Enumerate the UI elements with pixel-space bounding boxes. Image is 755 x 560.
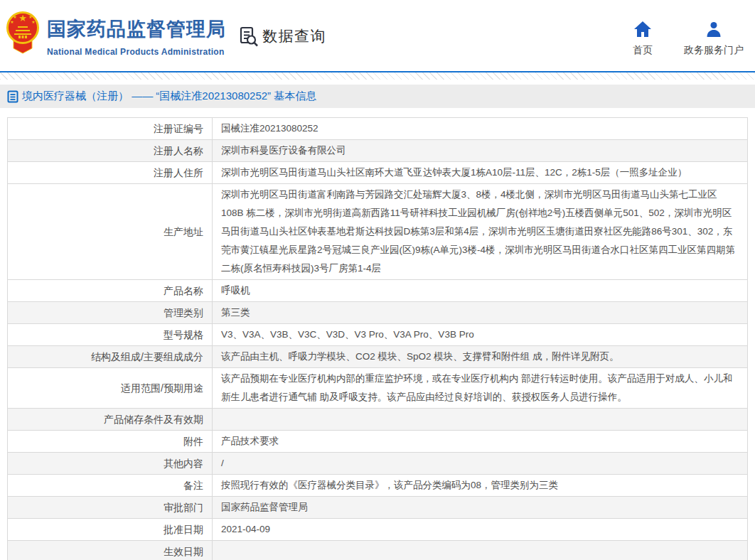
table-row: 注册人住所深圳市光明区马田街道马山头社区南环大道飞亚达钟表大厦1栋A10层-11… <box>8 162 748 184</box>
row-label: 注册人名称 <box>8 140 213 162</box>
row-value: 该产品预期在专业医疗机构内部的重症监护环境，或在专业医疗机构内 部进行转运时使用… <box>213 368 748 409</box>
row-label: 批准日期 <box>8 519 213 541</box>
table-row: 附件产品技术要求 <box>8 431 748 453</box>
row-value: 深圳市科曼医疗设备有限公司 <box>213 140 748 162</box>
row-value: 国械注准20213080252 <box>213 118 748 140</box>
nav-item-home[interactable]: 首页 <box>633 21 653 57</box>
nav-label-home: 首页 <box>633 44 653 57</box>
brand-block[interactable]: 国家药品监督管理局 National Medical Products Admi… <box>47 16 226 57</box>
table-row: 产品名称呼吸机 <box>8 280 748 302</box>
registration-info-table: 注册证编号国械注准20213080252注册人名称深圳市科曼医疗设备有限公司注册… <box>7 117 748 560</box>
row-label: 结构及组成/主要组成成分 <box>8 346 213 368</box>
row-label: 管理类别 <box>8 302 213 324</box>
row-label: 注册证编号 <box>8 118 213 140</box>
national-emblem-icon: ★ ★ ★ ★ ★ <box>6 9 40 57</box>
row-value: 按照现行有效的《医疗器械分类目录》，该产品分类编码为08，管理类别为三类 <box>213 475 748 497</box>
site-subtitle: National Medical Products Administration <box>47 47 226 57</box>
table-row: 适用范围/预期用途该产品预期在专业医疗机构内部的重症监护环境，或在专业医疗机构内… <box>8 368 748 409</box>
row-value: 该产品由主机、呼吸力学模块、CO2 模块、SpO2 模块、支撑臂和附件组 成，附… <box>213 346 748 368</box>
site-header: ★ ★ ★ ★ ★ 国家药品监督管理局 National Medical Pro… <box>0 0 755 71</box>
nav-item-gov-portal[interactable]: 政务服务门户 <box>684 21 744 57</box>
home-icon <box>633 21 652 38</box>
data-query-icon <box>237 25 260 48</box>
table-row: 其他内容/ <box>8 453 748 475</box>
data-query-label: 数据查询 <box>262 26 326 46</box>
row-label: 产品名称 <box>8 280 213 302</box>
row-value: 第三类 <box>213 302 748 324</box>
row-label: 型号规格 <box>8 324 213 346</box>
hatch-decoration <box>0 72 755 80</box>
row-label: 生产地址 <box>8 184 213 280</box>
breadcrumb-text: 境内医疗器械（注册） —— “国械注准20213080252” 基本信息 <box>22 90 316 103</box>
table-row: 管理类别第三类 <box>8 302 748 324</box>
row-value: 2021-04-09 <box>213 519 748 541</box>
row-value: 深圳市光明区马田街道马山头社区南环大道飞亚达钟表大厦1栋A10层-11层、12C… <box>213 162 748 184</box>
row-label: 审批部门 <box>8 497 213 519</box>
row-label: 附件 <box>8 431 213 453</box>
svg-text:★: ★ <box>18 13 27 23</box>
row-value: 呼吸机 <box>213 280 748 302</box>
row-label: 注册人住所 <box>8 162 213 184</box>
table-row: 注册证编号国械注准20213080252 <box>8 118 748 140</box>
row-label: 其他内容 <box>8 453 213 475</box>
table-row: 批准日期2021-04-09 <box>8 519 748 541</box>
table-row: 备注按照现行有效的《医疗器械分类目录》，该产品分类编码为08，管理类别为三类 <box>8 475 748 497</box>
table-row: 结构及组成/主要组成成分该产品由主机、呼吸力学模块、CO2 模块、SpO2 模块… <box>8 346 748 368</box>
site-title: 国家药品监督管理局 <box>47 16 226 42</box>
table-row: 生产地址深圳市光明区马田街道富利南路与芳园路交汇处瑞辉大厦3、8楼，4楼北侧，深… <box>8 184 748 280</box>
row-label: 产品储存条件及有效期 <box>8 409 213 431</box>
nav-label-gov-portal: 政务服务门户 <box>684 44 744 57</box>
svg-text:★: ★ <box>28 15 32 19</box>
top-nav: 首页 政务服务门户 <box>633 21 744 57</box>
table-row: 型号规格V3、V3A、V3B、V3C、V3D、V3 Pro、V3A Pro、V3… <box>8 324 748 346</box>
row-label: 备注 <box>8 475 213 497</box>
nmpa-logo[interactable]: ★ ★ ★ ★ ★ <box>6 9 40 57</box>
table-row: 注册人名称深圳市科曼医疗设备有限公司 <box>8 140 748 162</box>
row-label: 生效日期 <box>8 541 213 560</box>
table-row: 审批部门国家药品监督管理局 <box>8 497 748 519</box>
row-value: 产品技术要求 <box>213 431 748 453</box>
document-icon <box>7 90 18 103</box>
svg-text:★: ★ <box>13 15 16 19</box>
breadcrumb: 境内医疗器械（注册） —— “国械注准20213080252” 基本信息 <box>0 85 755 108</box>
svg-text:★: ★ <box>10 20 14 24</box>
table-row: 产品储存条件及有效期 <box>8 409 748 431</box>
row-value: 国家药品监督管理局 <box>213 497 748 519</box>
data-query-link[interactable]: 数据查询 <box>237 25 326 48</box>
row-value <box>213 541 748 560</box>
row-value: / <box>213 453 748 475</box>
user-icon <box>705 21 722 38</box>
row-value <box>213 409 748 431</box>
row-value: V3、V3A、V3B、V3C、V3D、V3 Pro、V3A Pro、V3B Pr… <box>213 324 748 346</box>
row-label: 适用范围/预期用途 <box>8 368 213 409</box>
row-value: 深圳市光明区马田街道富利南路与芳园路交汇处瑞辉大厦3、8楼，4楼北侧，深圳市光明… <box>213 184 748 280</box>
svg-text:★: ★ <box>31 20 35 24</box>
table-row: 生效日期 <box>8 541 748 560</box>
